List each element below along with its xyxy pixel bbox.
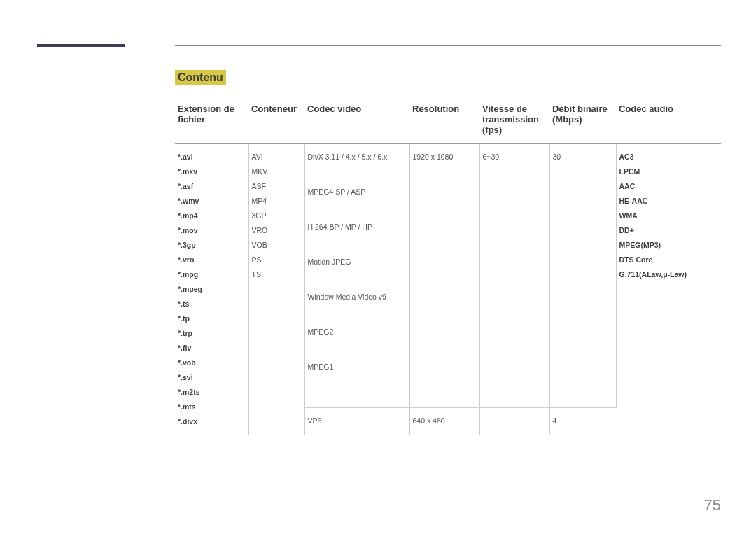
cell-framerate-2: [479, 407, 550, 435]
cell-resolution-1: 1920 x 1080: [410, 144, 479, 408]
cell-framerate-1: 6~30: [479, 144, 550, 408]
cell-vcodec-2: VP6: [304, 407, 410, 435]
cell-containers: AVIMKVASFMP43GPVROVOBPSTS: [248, 144, 304, 435]
page-content: Contenu Extension de fichier Conteneur C…: [175, 70, 721, 435]
th-vcodec: Codec vidéo: [304, 99, 410, 144]
cell-extensions: *.avi*.mkv*.asf*.wmv*.mp4*.mov*.3gp*.vro…: [175, 144, 248, 435]
th-container: Conteneur: [248, 99, 304, 144]
cell-vcodecs: DivX 3.11 / 4.x / 5.x / 6.xMPEG4 SP / AS…: [304, 144, 410, 408]
cell-acodecs: AC3LPCMAACHE-AACWMADD+MPEG(MP3)DTS CoreG…: [616, 144, 721, 435]
cell-bitrate-1: 30: [550, 144, 616, 408]
th-bitrate: Débit binaire (Mbps): [550, 99, 616, 144]
cell-resolution-2: 640 x 480: [410, 407, 479, 435]
th-extension: Extension de fichier: [175, 99, 248, 144]
section-title: Contenu: [175, 70, 226, 85]
decorative-bar: [37, 44, 125, 47]
th-framerate: Vitesse de transmission (fps): [479, 99, 550, 144]
table-row: *.avi*.mkv*.asf*.wmv*.mp4*.mov*.3gp*.vro…: [175, 144, 721, 408]
th-acodec: Codec audio: [616, 99, 721, 144]
top-rule: [175, 45, 721, 46]
cell-bitrate-2: 4: [550, 407, 616, 435]
spec-table: Extension de fichier Conteneur Codec vid…: [175, 99, 721, 435]
page-number: 75: [704, 496, 721, 514]
th-resolution: Résolution: [410, 99, 479, 144]
